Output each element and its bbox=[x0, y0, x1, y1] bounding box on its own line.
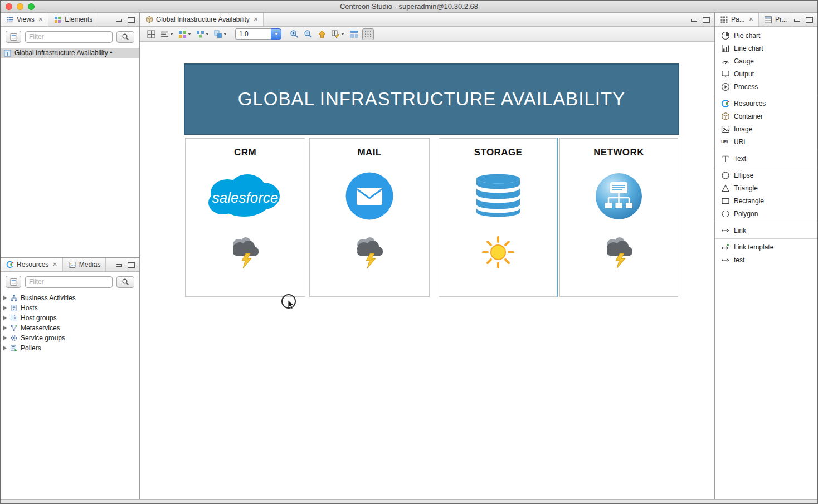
zoom-out-button[interactable] bbox=[303, 28, 314, 40]
chevron-down-icon bbox=[275, 33, 278, 35]
card-crm[interactable]: CRM salesforce bbox=[185, 138, 305, 297]
tree-item-pollers[interactable]: Pollers bbox=[1, 343, 139, 353]
close-icon[interactable]: ✕ bbox=[749, 17, 753, 22]
palette-item-rectangle[interactable]: Rectangle bbox=[715, 194, 817, 207]
palette-item-image[interactable]: Image bbox=[715, 123, 817, 135]
minimize-window-button[interactable] bbox=[17, 3, 23, 10]
tree-item-host-groups[interactable]: Host groups bbox=[1, 313, 139, 323]
palette-item-label: Link template bbox=[734, 243, 773, 251]
tab-medias[interactable]: Medias bbox=[63, 258, 106, 271]
close-icon[interactable]: ✕ bbox=[38, 17, 43, 22]
order-menu-button[interactable] bbox=[213, 28, 228, 40]
palette-item-container[interactable]: Container bbox=[715, 110, 817, 123]
expand-arrow-icon[interactable] bbox=[3, 336, 7, 340]
storm-cloud-critical-icon bbox=[352, 236, 387, 270]
tab-elements[interactable]: Elements bbox=[48, 13, 98, 26]
zoom-in-button[interactable] bbox=[289, 28, 300, 40]
arrow-up-icon bbox=[318, 30, 326, 38]
palette-item-link[interactable]: Link bbox=[715, 224, 817, 237]
palette-item-pie-chart[interactable]: Pie chart bbox=[715, 29, 817, 42]
tree-item-hosts[interactable]: Hosts bbox=[1, 303, 139, 313]
expand-arrow-icon[interactable] bbox=[3, 346, 7, 350]
palette-item-link-template[interactable]: Link template bbox=[715, 241, 817, 253]
palette-item-output[interactable]: Output bbox=[715, 67, 817, 80]
grid-borders-button[interactable] bbox=[145, 28, 157, 40]
palette-item-triangle[interactable]: Triangle bbox=[715, 182, 817, 194]
resources-icon bbox=[6, 261, 14, 269]
minimize-panel-icon[interactable] bbox=[115, 262, 123, 268]
card-storage[interactable]: STORAGE bbox=[439, 138, 558, 297]
tree-item-business-activities[interactable]: Business Activities bbox=[1, 293, 139, 303]
maximize-panel-icon[interactable] bbox=[128, 17, 135, 23]
views-filter-input[interactable] bbox=[25, 31, 113, 43]
minimize-panel-icon[interactable] bbox=[115, 17, 123, 23]
zoom-window-button[interactable] bbox=[28, 3, 35, 10]
palette-item-text[interactable]: Text bbox=[715, 152, 817, 165]
zoom-dropdown-button[interactable] bbox=[271, 28, 281, 40]
new-view-button[interactable] bbox=[6, 31, 21, 43]
align-icon bbox=[160, 31, 169, 38]
triangle-icon bbox=[720, 183, 730, 193]
views-search-button[interactable] bbox=[116, 31, 134, 43]
tree-item-metaservices[interactable]: Metaservices bbox=[1, 323, 139, 333]
palette-item-gauge[interactable]: Gauge bbox=[715, 55, 817, 67]
order-icon bbox=[214, 30, 222, 38]
palette-item-resources[interactable]: Resources bbox=[715, 97, 817, 110]
layout-icon bbox=[178, 30, 187, 38]
layout-menu-button[interactable] bbox=[177, 28, 192, 40]
maximize-panel-icon[interactable] bbox=[806, 17, 813, 23]
resources-search-button[interactable] bbox=[116, 276, 134, 288]
maximize-panel-icon[interactable] bbox=[703, 17, 710, 23]
close-window-button[interactable] bbox=[6, 3, 12, 10]
palette-item-process[interactable]: Process bbox=[715, 80, 817, 93]
maximize-panel-icon[interactable] bbox=[128, 262, 135, 268]
move-up-button[interactable] bbox=[317, 28, 328, 40]
host-groups-icon bbox=[9, 314, 18, 322]
expand-arrow-icon[interactable] bbox=[3, 296, 7, 300]
chevron-down-icon bbox=[170, 33, 173, 35]
zoom-input[interactable] bbox=[235, 28, 271, 40]
minimize-panel-icon[interactable] bbox=[793, 17, 801, 23]
tab-editor-view[interactable]: Global Infrastructure Availability ✕ bbox=[140, 13, 264, 26]
palette-item-label: test bbox=[734, 256, 744, 264]
arrange-menu-button[interactable] bbox=[195, 28, 210, 40]
banner-widget[interactable]: GLOBAL INFRASTRUCTURE AVAILABILITY bbox=[184, 63, 679, 135]
palette-item-polygon[interactable]: Polygon bbox=[715, 207, 817, 220]
resources-filter-input[interactable] bbox=[25, 276, 113, 288]
tree-item-view[interactable]: Global Infrastructure Availability • bbox=[1, 48, 139, 58]
tile-layout-button[interactable] bbox=[348, 28, 359, 40]
palette-list: Pie chart Line chart Gauge Output Proces… bbox=[715, 27, 817, 499]
expand-arrow-icon[interactable] bbox=[3, 326, 7, 330]
card-title: STORAGE bbox=[474, 147, 523, 158]
align-menu-button[interactable] bbox=[159, 28, 174, 40]
tree-item-label: Service groups bbox=[21, 334, 65, 342]
tab-resources[interactable]: Resources ✕ bbox=[1, 258, 63, 271]
card-mail[interactable]: MAIL bbox=[309, 138, 430, 297]
palette-item-test[interactable]: test bbox=[715, 253, 817, 266]
tab-views[interactable]: Views ✕ bbox=[1, 13, 48, 26]
tree-item-service-groups[interactable]: Service groups bbox=[1, 333, 139, 343]
tile-icon bbox=[350, 30, 358, 38]
card-network[interactable]: NETWORK bbox=[559, 138, 678, 297]
palette-item-url[interactable]: URL URL bbox=[715, 135, 817, 148]
palette-tabbar: Pa... ✕ Pr... bbox=[715, 13, 817, 27]
diagram-canvas[interactable]: GLOBAL INFRASTRUCTURE AVAILABILITY CRM s… bbox=[140, 42, 714, 499]
save-layout-menu-button[interactable] bbox=[330, 28, 345, 40]
close-icon[interactable]: ✕ bbox=[254, 17, 258, 22]
resources-action-button[interactable] bbox=[6, 276, 21, 288]
expand-arrow-icon[interactable] bbox=[3, 316, 7, 320]
views-panel-tabbar: Views ✕ Elements bbox=[1, 13, 139, 27]
tab-palette[interactable]: Pa... ✕ bbox=[715, 13, 759, 26]
expand-arrow-icon[interactable] bbox=[3, 306, 7, 310]
database-stack-icon bbox=[475, 165, 521, 227]
service-groups-icon bbox=[9, 334, 18, 342]
palette-item-label: Link bbox=[734, 227, 746, 234]
palette-item-ellipse[interactable]: Ellipse bbox=[715, 169, 817, 182]
tree-item-label: Business Activities bbox=[21, 294, 76, 302]
resources-panel-tabbar: Resources ✕ Medias bbox=[1, 258, 139, 272]
close-icon[interactable]: ✕ bbox=[52, 262, 57, 267]
minimize-panel-icon[interactable] bbox=[690, 17, 698, 23]
tab-properties[interactable]: Pr... bbox=[759, 13, 792, 26]
palette-item-line-chart[interactable]: Line chart bbox=[715, 42, 817, 55]
grid-toggle-button[interactable] bbox=[362, 28, 374, 40]
